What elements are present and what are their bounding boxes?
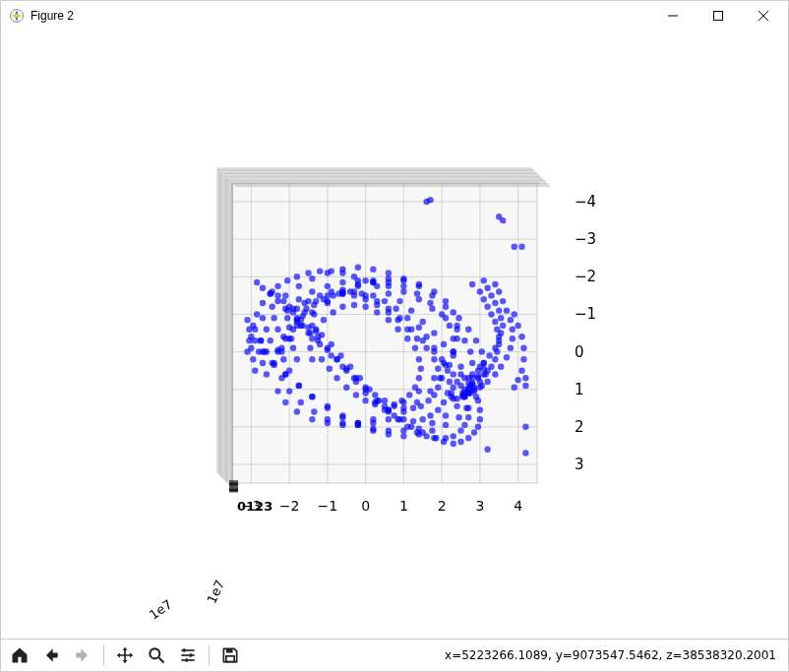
back-button[interactable] bbox=[38, 642, 64, 668]
data-point bbox=[386, 290, 392, 296]
data-point bbox=[465, 326, 471, 332]
close-button[interactable] bbox=[741, 1, 786, 31]
data-point bbox=[504, 307, 510, 313]
data-point bbox=[449, 390, 455, 396]
zoom-button[interactable] bbox=[144, 642, 169, 668]
x-tick-label: 1 bbox=[399, 498, 408, 514]
data-point bbox=[498, 330, 504, 336]
data-point bbox=[393, 306, 398, 312]
data-point bbox=[386, 309, 392, 315]
data-point bbox=[431, 288, 437, 294]
maximize-button[interactable] bbox=[696, 1, 741, 31]
y-tick-label: 3 bbox=[575, 456, 584, 473]
data-point bbox=[410, 405, 416, 411]
data-point bbox=[427, 388, 433, 394]
plot-svg: −3−2−101234 −4−3−2−10123 0123 bbox=[1, 31, 788, 639]
data-point bbox=[469, 381, 475, 387]
data-point bbox=[334, 356, 339, 362]
data-point bbox=[362, 397, 368, 403]
data-point bbox=[500, 217, 506, 223]
data-point bbox=[252, 337, 258, 343]
data-point bbox=[382, 397, 388, 403]
data-point bbox=[246, 326, 252, 332]
data-point bbox=[457, 427, 463, 433]
data-point bbox=[252, 326, 258, 332]
data-point bbox=[475, 373, 481, 379]
data-point bbox=[496, 288, 502, 294]
data-point bbox=[264, 348, 270, 354]
data-point bbox=[286, 388, 292, 394]
data-point bbox=[309, 356, 315, 362]
data-point bbox=[260, 300, 266, 306]
data-point bbox=[416, 426, 422, 432]
data-point bbox=[522, 383, 528, 389]
data-point bbox=[423, 334, 429, 339]
data-point bbox=[431, 345, 437, 351]
data-point bbox=[454, 379, 459, 385]
data-point bbox=[445, 367, 451, 373]
data-point bbox=[386, 270, 392, 275]
data-point bbox=[339, 304, 345, 310]
data-point bbox=[429, 427, 435, 433]
data-point bbox=[457, 439, 463, 445]
data-point bbox=[359, 290, 365, 296]
data-point bbox=[260, 360, 266, 366]
axis-clutter-label: 0123 bbox=[237, 499, 273, 514]
data-point bbox=[374, 302, 380, 308]
data-point bbox=[256, 348, 262, 354]
data-point bbox=[451, 348, 456, 354]
data-point bbox=[339, 266, 345, 272]
data-point bbox=[492, 300, 498, 306]
data-point bbox=[260, 315, 266, 321]
data-point bbox=[508, 317, 514, 323]
data-point bbox=[522, 375, 528, 381]
data-point bbox=[353, 375, 359, 381]
data-point bbox=[362, 390, 368, 396]
y-tick-label: −1 bbox=[575, 305, 596, 323]
separator bbox=[209, 644, 210, 666]
data-point bbox=[406, 392, 412, 397]
data-point bbox=[425, 397, 431, 403]
data-point bbox=[510, 336, 516, 341]
data-point bbox=[414, 336, 420, 341]
save-button[interactable] bbox=[217, 642, 243, 668]
data-point bbox=[469, 281, 475, 287]
data-point bbox=[334, 375, 339, 381]
data-point bbox=[264, 326, 270, 332]
data-point bbox=[278, 375, 284, 381]
data-point bbox=[420, 416, 426, 422]
data-point bbox=[427, 300, 433, 306]
data-point bbox=[370, 292, 376, 298]
data-point bbox=[355, 420, 361, 426]
data-point bbox=[420, 319, 426, 325]
data-point bbox=[416, 325, 422, 331]
data-point bbox=[518, 367, 524, 373]
data-point bbox=[427, 412, 433, 418]
data-point bbox=[486, 352, 492, 358]
data-point bbox=[488, 292, 494, 298]
pan-button[interactable] bbox=[112, 642, 138, 668]
data-point bbox=[339, 288, 345, 294]
data-point bbox=[386, 317, 392, 323]
data-point bbox=[400, 416, 406, 422]
data-point bbox=[309, 288, 315, 294]
data-point bbox=[492, 345, 498, 351]
data-point bbox=[441, 399, 447, 405]
data-point bbox=[282, 306, 288, 312]
data-point bbox=[447, 379, 453, 385]
x-tick-label: 3 bbox=[475, 498, 484, 514]
data-point bbox=[465, 414, 471, 420]
figure-canvas[interactable]: −3−2−101234 −4−3−2−10123 0123 1e7 1e7 bbox=[1, 31, 788, 639]
data-point bbox=[370, 416, 376, 422]
forward-button[interactable] bbox=[70, 642, 95, 668]
minimize-button[interactable] bbox=[650, 1, 696, 31]
configure-button[interactable] bbox=[175, 642, 201, 668]
data-point bbox=[431, 375, 437, 381]
data-point bbox=[416, 375, 422, 381]
svg-rect-68 bbox=[226, 648, 233, 652]
data-point bbox=[268, 337, 273, 343]
data-point bbox=[374, 309, 380, 315]
data-point bbox=[520, 356, 526, 362]
data-point bbox=[443, 298, 449, 304]
home-button[interactable] bbox=[7, 642, 32, 668]
